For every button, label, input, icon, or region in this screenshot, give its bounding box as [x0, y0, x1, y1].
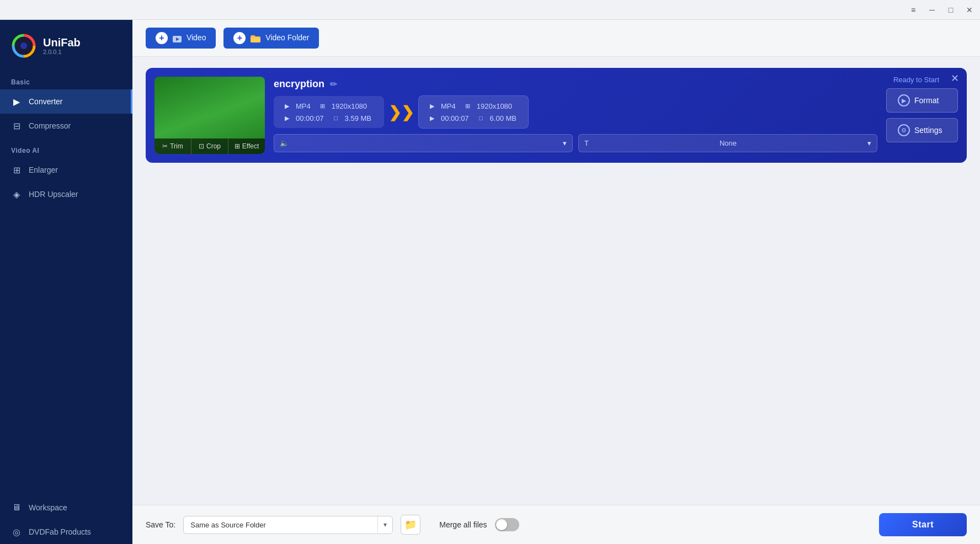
bottom-bar: Save To: ▾ 📁 Merge all files Start [132, 505, 980, 544]
start-button[interactable]: Start [879, 513, 967, 536]
merge-label: Merge all files [439, 520, 487, 529]
video-actions: ✂ Trim ⊡ Crop ⊞ Effect [155, 138, 265, 154]
sidebar-item-label-dvdfab: DVDFab Products [29, 527, 91, 536]
video-list-area: Ready to Start ✕ ✂ Trim ⊡ Crop [132, 57, 980, 505]
format-label: Format [914, 96, 939, 105]
sidebar-spacer [0, 206, 132, 495]
main-content: + Video + Video Folder [132, 20, 980, 544]
video-info: encryption ✏ ▶ MP4 ⊞ 1920x1080 [274, 78, 877, 152]
app-version: 2.0.0.1 [43, 49, 81, 55]
output-meta-row: ▶ 00:00:07 □ 6.00 MB [428, 114, 519, 122]
audio-selector[interactable]: 🔈 ▾ [274, 134, 573, 152]
save-to-label: Save To: [146, 520, 175, 529]
audio-dropdown-arrow: ▾ [563, 139, 567, 147]
format-button[interactable]: ▶ Format [886, 88, 958, 113]
output-duration-icon: ▶ [428, 114, 436, 122]
add-video-label: Video [172, 33, 206, 42]
output-format-box: ▶ MP4 ⊞ 1920x1080 ▶ 00:00:07 □ 6.00 MB [418, 95, 529, 129]
effect-icon: ⊞ [235, 142, 240, 150]
source-size-icon: □ [332, 114, 340, 122]
source-res-icon: ⊞ [318, 102, 327, 110]
add-folder-button[interactable]: + Video Folder [223, 28, 319, 49]
sidebar-item-label-enlarger: Enlarger [29, 166, 58, 174]
settings-button[interactable]: ⚙ Settings [886, 118, 958, 142]
app-name: UniFab [43, 36, 81, 49]
video-title-row: encryption ✏ [274, 78, 877, 90]
sidebar-item-converter[interactable]: ▶ Converter [0, 89, 132, 114]
effect-label: Effect [242, 142, 259, 150]
save-to-dropdown[interactable]: ▾ [183, 516, 393, 534]
add-video-button[interactable]: + Video [146, 28, 216, 49]
sidebar-item-hdr-upscaler[interactable]: ◈ HDR Upscaler [0, 182, 132, 206]
sidebar: UniFab 2.0.0.1 Basic ▶ Converter ⊟ Compr… [0, 20, 132, 544]
source-duration-icon: ▶ [283, 114, 291, 122]
controls-column: ▶ Format ⚙ Settings [886, 88, 958, 142]
effect-button[interactable]: ⊞ Effect [228, 138, 265, 154]
title-bar: ≡ ─ □ ✕ [0, 0, 980, 20]
close-button[interactable]: ✕ [963, 4, 976, 16]
source-resolution: 1920x1080 [332, 102, 367, 110]
save-to-arrow[interactable]: ▾ [377, 516, 392, 533]
videoai-section-label: Video AI [0, 138, 132, 158]
converter-icon: ▶ [11, 96, 22, 107]
folder-browse-button[interactable]: 📁 [401, 515, 420, 535]
merge-toggle[interactable] [495, 518, 519, 531]
format-flow: ▶ MP4 ⊞ 1920x1080 ▶ 00:00:07 □ 3.59 MB [274, 95, 877, 129]
source-duration: 00:00:07 [296, 114, 324, 122]
subtitle-icon: T [584, 139, 589, 147]
sidebar-item-compressor[interactable]: ⊟ Compressor [0, 114, 132, 138]
sidebar-item-workspace[interactable]: 🖥 Workspace [0, 495, 132, 520]
minimize-button[interactable]: ─ [926, 4, 938, 16]
folder-browse-icon: 📁 [404, 519, 417, 531]
workspace-icon: 🖥 [11, 502, 22, 513]
video-edit-button[interactable]: ✏ [330, 79, 337, 89]
video-file-icon [172, 34, 182, 43]
logo-area: UniFab 2.0.0.1 [0, 20, 132, 70]
app-logo [11, 33, 36, 58]
hdr-icon: ◈ [11, 189, 22, 200]
ready-badge: Ready to Start [893, 76, 939, 84]
subtitle-value: None [720, 139, 737, 147]
toolbar: + Video + Video Folder [132, 20, 980, 57]
sidebar-item-label-compressor: Compressor [29, 121, 71, 130]
audio-subtitle-row: 🔈 ▾ T None ▾ [274, 134, 877, 152]
output-video-icon: ▶ [428, 102, 436, 110]
trim-label: Trim [170, 142, 183, 150]
trim-button[interactable]: ✂ Trim [155, 138, 191, 154]
output-format-row: ▶ MP4 ⊞ 1920x1080 [428, 102, 519, 110]
folder-icon [250, 34, 261, 43]
settings-label: Settings [914, 126, 942, 135]
sidebar-item-label-workspace: Workspace [29, 503, 67, 512]
crop-icon: ⊡ [199, 142, 204, 150]
save-to-input[interactable] [184, 516, 377, 534]
video-thumbnail: ✂ Trim ⊡ Crop ⊞ Effect [155, 77, 265, 154]
source-format: MP4 [296, 102, 311, 110]
source-format-row: ▶ MP4 ⊞ 1920x1080 [283, 102, 375, 110]
sidebar-item-label-hdr: HDR Upscaler [29, 190, 78, 199]
output-resolution: 1920x1080 [477, 102, 512, 110]
subtitle-selector[interactable]: T None ▾ [578, 134, 877, 152]
subtitle-dropdown-arrow: ▾ [867, 139, 871, 147]
output-duration: 00:00:07 [441, 114, 469, 122]
crop-button[interactable]: ⊡ Crop [191, 138, 228, 154]
add-folder-icon: + [233, 32, 246, 44]
source-size: 3.59 MB [345, 114, 371, 122]
compressor-icon: ⊟ [11, 120, 22, 131]
settings-icon: ⚙ [898, 124, 910, 136]
sidebar-item-enlarger[interactable]: ⊞ Enlarger [0, 158, 132, 182]
source-format-box: ▶ MP4 ⊞ 1920x1080 ▶ 00:00:07 □ 3.59 MB [274, 96, 384, 128]
maximize-button[interactable]: □ [945, 4, 957, 16]
source-video-icon: ▶ [283, 102, 291, 110]
dvdfab-icon: ◎ [11, 526, 22, 537]
add-folder-label: Video Folder [250, 33, 309, 42]
output-size: 6.00 MB [490, 114, 516, 122]
toggle-knob [496, 519, 507, 530]
format-icon: ▶ [898, 94, 910, 106]
crop-label: Crop [206, 142, 221, 150]
format-arrow: ❯❯ [388, 103, 414, 121]
sidebar-item-dvdfab[interactable]: ◎ DVDFab Products [0, 520, 132, 544]
card-close-button[interactable]: ✕ [951, 73, 959, 83]
trim-icon: ✂ [162, 142, 168, 150]
menu-button[interactable]: ≡ [907, 4, 919, 16]
source-meta-row: ▶ 00:00:07 □ 3.59 MB [283, 114, 375, 122]
